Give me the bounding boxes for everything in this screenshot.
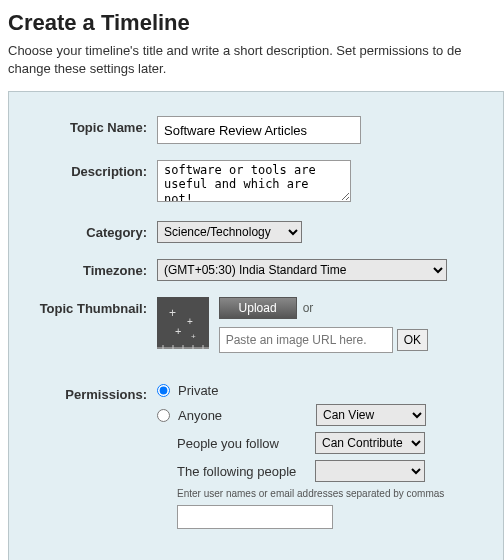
ok-button[interactable]: OK [397,329,428,351]
follow-permission-select[interactable]: Can Contribute [315,432,425,454]
svg-rect-0 [157,297,209,349]
radio-private[interactable] [157,384,170,397]
anyone-permission-select[interactable]: Can View [316,404,426,426]
svg-text:+: + [175,325,181,337]
or-text: or [303,301,314,315]
page-title: Create a Timeline [8,10,496,36]
perm-anyone-label: Anyone [178,408,308,423]
following-permission-select[interactable] [315,460,425,482]
following-people-input[interactable] [177,505,333,529]
perm-following-label: The following people [177,464,307,479]
perm-private-label: Private [178,383,308,398]
perm-hint: Enter user names or email addresses sepa… [157,488,485,499]
page-description: Choose your timeline's title and write a… [8,42,496,77]
perm-follow-label: People you follow [177,436,307,451]
category-select[interactable]: Science/Technology [157,221,302,243]
svg-text:+: + [191,332,196,341]
label-thumbnail: Topic Thumbnail: [27,297,157,316]
description-textarea[interactable] [157,160,351,202]
form-panel: Topic Name: Description: Category: Scien… [8,91,504,560]
radio-anyone[interactable] [157,409,170,422]
label-timezone: Timezone: [27,259,157,278]
topic-name-input[interactable] [157,116,361,144]
upload-button[interactable]: Upload [219,297,297,319]
label-topic-name: Topic Name: [27,116,157,135]
thumbnail-preview: + + + + [157,297,209,349]
svg-text:+: + [169,306,176,320]
svg-text:+: + [187,316,193,327]
label-category: Category: [27,221,157,240]
label-description: Description: [27,160,157,179]
timezone-select[interactable]: (GMT+05:30) India Standard Time [157,259,447,281]
label-permissions: Permissions: [27,383,157,402]
image-url-input[interactable] [219,327,393,353]
